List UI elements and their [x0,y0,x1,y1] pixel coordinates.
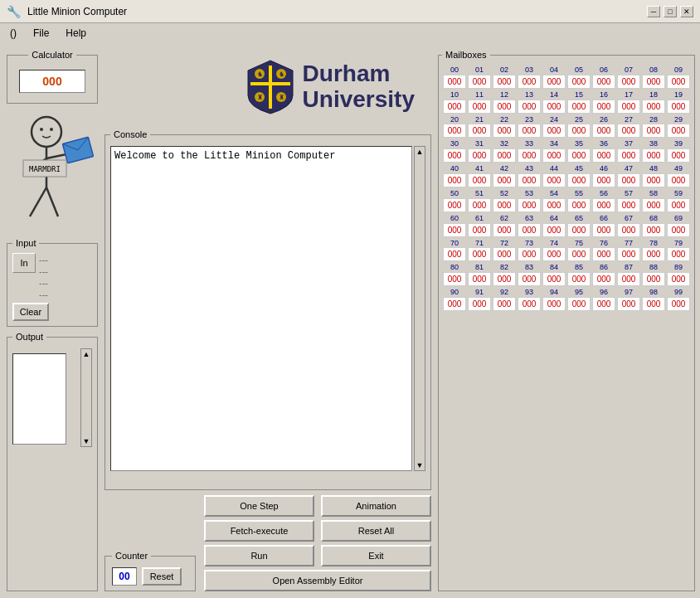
mailbox-value[interactable]: 000 [518,272,541,286]
mailbox-value[interactable]: 000 [617,272,640,286]
mailbox-value[interactable]: 000 [468,198,491,212]
mailbox-value[interactable]: 000 [592,198,615,212]
mailbox-value[interactable]: 000 [443,297,466,311]
console-scrollbar[interactable]: ▲ ▼ [414,146,425,471]
output-textarea[interactable] [12,353,66,445]
mailbox-value[interactable]: 000 [443,124,466,138]
animation-button[interactable]: Animation [321,495,431,517]
exit-button[interactable]: Exit [321,545,431,566]
mailbox-value[interactable]: 000 [542,124,566,138]
mailbox-value[interactable]: 000 [542,223,566,237]
mailbox-value[interactable]: 000 [518,173,541,187]
mailbox-value[interactable]: 000 [468,148,491,163]
mailbox-value[interactable]: 000 [667,173,690,187]
mailbox-value[interactable]: 000 [642,247,665,261]
mailbox-value[interactable]: 000 [542,148,566,163]
mailbox-value[interactable]: 000 [567,124,591,138]
mailbox-value[interactable]: 000 [642,75,665,89]
mailbox-value[interactable]: 000 [542,272,566,286]
mailbox-value[interactable]: 000 [667,198,690,212]
output-scrollbar[interactable]: ▲ ▼ [80,348,92,447]
mailbox-value[interactable]: 000 [667,75,690,89]
mailbox-value[interactable]: 000 [493,272,516,286]
mailbox-value[interactable]: 000 [642,272,665,286]
mailbox-value[interactable]: 000 [518,198,541,212]
mailbox-value[interactable]: 000 [567,173,591,187]
mailbox-value[interactable]: 000 [592,148,615,163]
mailbox-value[interactable]: 000 [468,223,491,237]
reset-counter-button[interactable]: Reset [142,567,182,586]
mailbox-value[interactable]: 000 [642,148,665,163]
mailbox-value[interactable]: 000 [667,247,690,261]
mailbox-value[interactable]: 000 [617,75,640,89]
mailbox-value[interactable]: 000 [667,148,690,163]
mailbox-value[interactable]: 000 [667,124,690,138]
mailbox-value[interactable]: 000 [667,223,690,237]
mailbox-value[interactable]: 000 [567,100,591,114]
mailbox-value[interactable]: 000 [592,247,615,261]
mailbox-value[interactable]: 000 [542,173,566,187]
mailbox-value[interactable]: 000 [542,100,566,114]
mailbox-value[interactable]: 000 [542,75,566,89]
mailbox-value[interactable]: 000 [468,173,491,187]
mailbox-value[interactable]: 000 [542,198,566,212]
mailbox-value[interactable]: 000 [592,124,615,138]
mailbox-value[interactable]: 000 [468,272,491,286]
mailbox-value[interactable]: 000 [468,247,491,261]
mailbox-value[interactable]: 000 [617,247,640,261]
mailbox-value[interactable]: 000 [493,247,516,261]
mailbox-value[interactable]: 000 [468,124,491,138]
mailbox-value[interactable]: 000 [592,272,615,286]
mailbox-value[interactable]: 000 [518,75,541,89]
one-step-button[interactable]: One Step [204,495,314,517]
mailbox-value[interactable]: 000 [667,272,690,286]
mailbox-value[interactable]: 000 [667,297,690,311]
mailbox-value[interactable]: 000 [567,198,591,212]
in-button[interactable]: In [12,253,36,273]
mailbox-value[interactable]: 000 [567,272,591,286]
mailbox-value[interactable]: 000 [518,223,541,237]
mailbox-value[interactable]: 000 [518,247,541,261]
mailbox-value[interactable]: 000 [493,100,516,114]
mailbox-value[interactable]: 000 [493,173,516,187]
mailbox-value[interactable]: 000 [592,75,615,89]
mailbox-value[interactable]: 000 [617,173,640,187]
mailbox-value[interactable]: 000 [617,198,640,212]
open-assembly-button[interactable]: Open Assembly Editor [204,570,431,591]
mailbox-value[interactable]: 000 [642,223,665,237]
mailbox-value[interactable]: 000 [592,223,615,237]
clear-button[interactable]: Clear [12,303,49,321]
mailbox-value[interactable]: 000 [443,100,466,114]
mailbox-value[interactable]: 000 [518,124,541,138]
mailbox-value[interactable]: 000 [592,297,615,311]
mailbox-value[interactable]: 000 [443,247,466,261]
mailbox-value[interactable]: 000 [518,297,541,311]
mailbox-value[interactable]: 000 [642,173,665,187]
menu-help[interactable]: Help [59,26,93,41]
mailbox-value[interactable]: 000 [567,75,591,89]
fetch-execute-button[interactable]: Fetch-execute [204,520,314,542]
mailbox-value[interactable]: 000 [493,148,516,163]
mailbox-value[interactable]: 000 [518,100,541,114]
mailbox-value[interactable]: 000 [493,223,516,237]
close-button[interactable]: ✕ [680,6,693,17]
mailbox-value[interactable]: 000 [542,247,566,261]
console-textarea[interactable]: Welcome to the Little Minion Computer [110,146,412,471]
mailbox-value[interactable]: 000 [443,75,466,89]
mailbox-value[interactable]: 000 [468,297,491,311]
mailbox-value[interactable]: 000 [592,100,615,114]
mailbox-value[interactable]: 000 [443,148,466,163]
mailbox-value[interactable]: 000 [443,173,466,187]
mailbox-value[interactable]: 000 [468,100,491,114]
mailbox-value[interactable]: 000 [617,223,640,237]
minimize-button[interactable]: ─ [647,6,660,17]
mailbox-value[interactable]: 000 [443,272,466,286]
mailbox-value[interactable]: 000 [567,297,591,311]
mailbox-value[interactable]: 000 [493,124,516,138]
reset-all-button[interactable]: Reset All [321,520,431,542]
mailbox-value[interactable]: 000 [592,173,615,187]
mailbox-value[interactable]: 000 [642,297,665,311]
mailbox-value[interactable]: 000 [567,223,591,237]
mailbox-value[interactable]: 000 [443,223,466,237]
menu-file[interactable]: File [27,26,56,41]
